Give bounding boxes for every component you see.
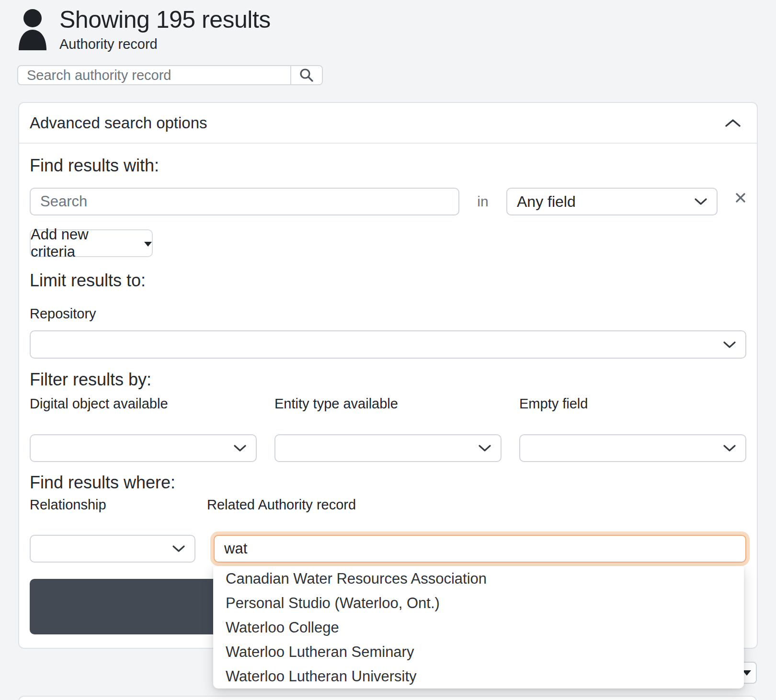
chevron-down-icon <box>723 445 736 452</box>
person-icon <box>18 6 47 51</box>
autocomplete-item[interactable]: Waterloo Lutheran University <box>213 664 744 689</box>
criteria-search-field <box>30 188 459 215</box>
repository-label: Repository <box>30 306 96 322</box>
relationship-label: Relationship <box>30 497 106 513</box>
page-title: Showing 195 results <box>59 6 271 34</box>
related-authority-record-label: Related Authority record <box>207 497 356 513</box>
chevron-down-icon <box>695 198 707 205</box>
find-results-where-heading: Find results where: <box>30 473 175 493</box>
chevron-down-icon <box>234 445 246 452</box>
search-input[interactable] <box>18 66 290 84</box>
digital-object-available-select[interactable] <box>30 434 257 462</box>
field-select-value: Any field <box>517 193 576 211</box>
search-button[interactable] <box>290 66 322 84</box>
add-new-criteria-label: Add new criteria <box>31 226 137 260</box>
entity-type-available-label: Entity type available <box>274 396 398 412</box>
repository-select[interactable] <box>30 330 746 359</box>
related-authority-record-field <box>214 535 746 563</box>
autocomplete-item[interactable]: Waterloo College <box>213 615 744 640</box>
chevron-down-icon <box>172 545 185 552</box>
results-card <box>18 696 757 700</box>
chevron-down-icon <box>479 445 491 452</box>
limit-results-heading: Limit results to: <box>30 271 146 291</box>
related-authority-record-input[interactable] <box>224 540 736 557</box>
remove-criteria-icon[interactable] <box>736 193 745 203</box>
search-icon <box>299 68 314 83</box>
caret-down-icon <box>144 242 152 247</box>
find-results-with-heading: Find results with: <box>30 156 159 176</box>
filter-results-heading: Filter results by: <box>30 370 151 390</box>
authority-search-bar <box>17 65 323 85</box>
page-subtitle: Authority record <box>59 36 271 52</box>
autocomplete-item[interactable]: Personal Studio (Waterloo, Ont.) <box>213 591 744 615</box>
advanced-search-header[interactable]: Advanced search options <box>19 103 757 144</box>
page-header: Showing 195 results Authority record <box>18 6 271 52</box>
criteria-search-input[interactable] <box>40 193 449 210</box>
chevron-up-icon[interactable] <box>725 119 741 127</box>
empty-field-label: Empty field <box>519 396 588 412</box>
field-select[interactable]: Any field <box>506 188 718 215</box>
autocomplete-dropdown: Canadian Water Resources Association Per… <box>213 566 744 689</box>
in-label: in <box>472 193 494 210</box>
entity-type-available-select[interactable] <box>274 434 502 462</box>
relationship-select[interactable] <box>30 535 195 563</box>
empty-field-select[interactable] <box>519 434 746 462</box>
digital-object-available-label: Digital object available <box>30 396 168 412</box>
autocomplete-item[interactable]: Canadian Water Resources Association <box>213 566 744 591</box>
add-new-criteria-button[interactable]: Add new criteria <box>30 229 153 257</box>
autocomplete-item[interactable]: Waterloo Lutheran Seminary <box>213 640 744 664</box>
advanced-search-title: Advanced search options <box>30 114 207 132</box>
chevron-down-icon <box>723 341 736 348</box>
